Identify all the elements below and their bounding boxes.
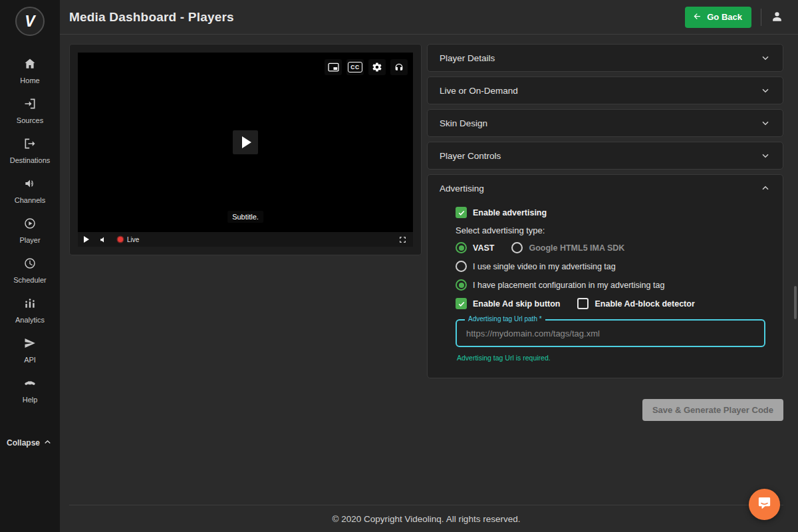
header-divider [761, 9, 761, 26]
analytics-icon [23, 297, 37, 313]
sidebar-nav: Home Sources Destinations Channels [0, 51, 60, 410]
player-icon [23, 217, 37, 233]
chat-launcher-button[interactable] [749, 489, 780, 520]
fullscreen-icon[interactable] [398, 235, 407, 244]
live-indicator: Live [118, 236, 139, 243]
player-preview-card: CC Subtitle. [69, 44, 422, 255]
main-area: Media Dashboard - Players Go Back [60, 0, 798, 532]
panel-player-details: Player Details [427, 44, 783, 72]
arrow-left-icon [692, 11, 702, 23]
placement-config-radio[interactable] [456, 279, 467, 291]
panel-header-advertising[interactable]: Advertising [428, 175, 783, 201]
advertising-type-row: VAST Google HTML5 IMA SDK [456, 242, 765, 253]
sidebar-item-label: Help [23, 396, 38, 404]
sidebar-item-sources[interactable]: Sources [0, 90, 60, 130]
panel-label: Skin Design [440, 118, 487, 128]
sidebar-item-help[interactable]: Help [0, 370, 60, 410]
ima-sdk-radio[interactable] [511, 242, 523, 253]
account-button[interactable] [771, 10, 783, 25]
ad-skip-label: Enable Ad skip button [473, 299, 560, 309]
home-icon [23, 57, 37, 73]
panel-header-player-controls[interactable]: Player Controls [428, 142, 783, 169]
panel-header-live-or-ondemand[interactable]: Live or On-Demand [428, 77, 783, 104]
live-label: Live [127, 236, 139, 243]
placement-config-row: I have placement configuration in my adv… [456, 279, 765, 291]
chevron-down-icon [760, 118, 771, 128]
header: Media Dashboard - Players Go Back [60, 0, 798, 35]
ad-block-checkbox[interactable] [577, 298, 589, 309]
scrollbar-thumb[interactable] [794, 286, 797, 319]
advertising-type-prompt: Select advertising type: [456, 225, 765, 235]
header-actions: Go Back [685, 7, 783, 28]
sidebar-item-scheduler[interactable]: Scheduler [0, 250, 60, 290]
panel-header-player-details[interactable]: Player Details [428, 45, 783, 71]
sidebar-item-label: Player [19, 236, 40, 244]
collapse-sidebar-button[interactable]: Collapse [7, 438, 52, 448]
ad-options-row: Enable Ad skip button Enable Ad-block de… [456, 298, 765, 309]
headset-icon[interactable] [390, 59, 408, 75]
sidebar-item-label: Destinations [10, 156, 51, 164]
go-back-button[interactable]: Go Back [685, 7, 751, 28]
live-dot-icon [118, 237, 123, 242]
sidebar-item-label: Sources [17, 116, 43, 124]
chat-icon [757, 495, 772, 513]
video-control-bar: Live [78, 232, 413, 247]
sidebar-item-player[interactable]: Player [0, 210, 60, 250]
videolinq-logo[interactable]: V [15, 7, 45, 36]
sidebar-item-channels[interactable]: Channels [0, 170, 60, 210]
chevron-up-icon [760, 183, 771, 194]
sidebar: V Home Sources Destinations [0, 0, 60, 532]
scheduler-icon [23, 257, 37, 273]
ad-skip-checkbox[interactable] [456, 298, 467, 309]
panel-player-controls: Player Controls [427, 142, 783, 170]
advertising-url-error: Advertising tag Url is required. [457, 354, 765, 362]
vast-radio[interactable] [456, 242, 467, 253]
advertising-panel-body: Enable advertising Select advertising ty… [428, 201, 783, 378]
single-video-row: I use single video in my advertising tag [456, 261, 765, 272]
sidebar-item-destinations[interactable]: Destinations [0, 130, 60, 170]
panel-advertising: Advertising Enable advertising [427, 174, 783, 378]
ima-sdk-label: Google HTML5 IMA SDK [529, 243, 624, 253]
sources-icon [23, 97, 37, 113]
content: CC Subtitle. [60, 35, 798, 532]
placement-config-label: I have placement configuration in my adv… [473, 281, 664, 290]
enable-advertising-label: Enable advertising [473, 208, 547, 217]
enable-advertising-checkbox[interactable] [456, 207, 467, 218]
settings-gear-icon[interactable] [368, 59, 386, 75]
sidebar-item-label: Channels [15, 196, 45, 204]
advertising-url-label: Advertising tag Url path * [465, 315, 545, 323]
sidebar-item-home[interactable]: Home [0, 51, 60, 90]
help-handshake-icon [23, 376, 37, 392]
panel-label: Player Details [440, 53, 495, 63]
panel-skin-design: Skin Design [427, 109, 783, 137]
captions-icon[interactable]: CC [346, 59, 364, 75]
control-play-icon[interactable] [84, 236, 89, 243]
channels-icon [23, 177, 37, 193]
panel-label: Live or On-Demand [440, 86, 518, 96]
sidebar-item-label: Scheduler [13, 276, 47, 284]
single-video-radio[interactable] [456, 261, 467, 272]
page-title: Media Dashboard - Players [69, 10, 234, 25]
advertising-url-field-wrap: Advertising tag Url path * [456, 319, 765, 347]
volume-icon[interactable] [99, 235, 108, 244]
advertising-url-input[interactable] [466, 329, 755, 338]
collapse-label: Collapse [7, 438, 40, 448]
single-video-label: I use single video in my advertising tag [473, 262, 616, 271]
play-button[interactable] [233, 130, 258, 154]
sidebar-item-analytics[interactable]: Analytics [0, 290, 60, 330]
sidebar-item-label: Analytics [15, 316, 45, 324]
save-generate-button[interactable]: Save & Generate Player Code [642, 399, 783, 421]
chevron-down-icon [760, 150, 771, 161]
save-row: Save & Generate Player Code [69, 399, 783, 421]
sidebar-item-api[interactable]: API [0, 330, 60, 370]
footer-copyright: © 2020 Copyright Videolinq. All rights r… [69, 505, 783, 532]
panel-header-skin-design[interactable]: Skin Design [428, 110, 783, 136]
video-top-icons: CC [325, 59, 408, 75]
pip-icon[interactable] [325, 59, 342, 75]
settings-panels: Player Details Live or On-Demand [427, 44, 783, 383]
vast-label: VAST [473, 243, 494, 253]
enable-advertising-row: Enable advertising [456, 207, 765, 218]
panel-live-or-ondemand: Live or On-Demand [427, 76, 783, 104]
play-triangle-icon [242, 136, 251, 148]
video-preview[interactable]: CC Subtitle. [78, 53, 413, 232]
